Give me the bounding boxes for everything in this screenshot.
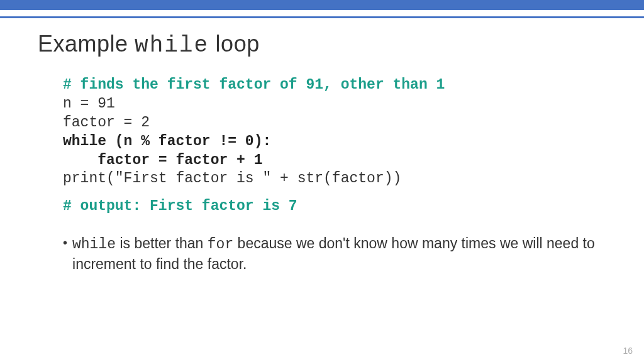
title-mono: while — [135, 33, 209, 58]
bullet-marker: • — [63, 234, 67, 251]
top-bar — [0, 0, 644, 10]
code-line: factor = 2 — [63, 114, 606, 133]
slide-content: Example while loop # finds the first fac… — [0, 18, 644, 274]
code-while: while (n % factor != 0): — [63, 133, 606, 151]
top-gap — [0, 10, 644, 16]
code-body: factor = factor + 1 — [63, 151, 606, 170]
code-block: # finds the first factor of 91, other th… — [63, 76, 606, 216]
bullet-text: while is better than for because we don'… — [72, 234, 606, 274]
code-comment: # finds the first factor of 91, other th… — [63, 76, 606, 95]
title-pre: Example — [38, 31, 135, 57]
code-line: n = 91 — [63, 95, 606, 114]
page-number: 16 — [623, 346, 633, 356]
bullet-mono1: while — [72, 236, 116, 253]
bullet-item: • while is better than for because we do… — [63, 234, 606, 274]
code-output: # output: First factor is 7 — [63, 197, 606, 216]
bullet-mono2: for — [208, 236, 233, 253]
slide-title: Example while loop — [38, 31, 606, 58]
title-post: loop — [209, 31, 260, 57]
code-print: print("First factor is " + str(factor)) — [63, 170, 606, 189]
bullet-seg1: is better than — [116, 235, 208, 251]
